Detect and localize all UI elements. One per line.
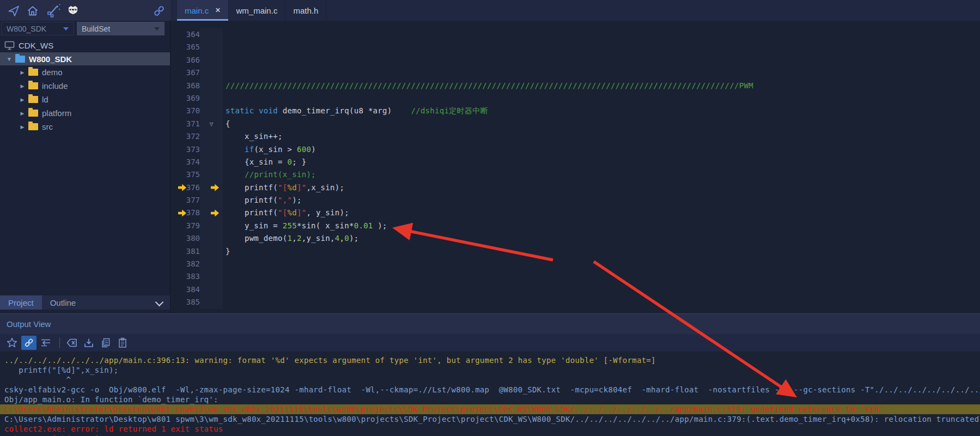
line-number: 373 <box>181 143 200 156</box>
close-icon[interactable]: × <box>215 6 220 15</box>
code-line[interactable]: 369 <box>171 92 980 105</box>
expand-icon[interactable]: ▶ <box>18 70 27 75</box>
code-line[interactable]: 382 <box>171 258 980 270</box>
workspace-root[interactable]: CDK_WS <box>4 38 53 52</box>
code-line[interactable]: 377 printf(","); <box>171 194 980 207</box>
expand-icon[interactable]: ▶ <box>18 97 27 102</box>
tree-item-include[interactable]: ▶include <box>0 79 170 93</box>
token-plain: y_sin = <box>226 221 283 230</box>
code-line[interactable]: 383 <box>171 270 980 283</box>
code-line[interactable]: 381} <box>171 245 980 258</box>
token-plain: ); <box>292 196 301 204</box>
project-selector[interactable]: W800_SDK <box>1 22 74 35</box>
scroll-lock-icon[interactable] <box>38 336 53 350</box>
tree-item-root[interactable]: ▼ W800_SDK <box>0 52 170 65</box>
code-text: static void demo_timer_irq(u8 *arg) //ds… <box>223 105 488 117</box>
code-line[interactable]: 385 <box>171 296 980 308</box>
output-line[interactable]: ../../../../../../../app/main.c:396:13: … <box>0 355 980 365</box>
token-plain: pwm_demo( <box>226 234 287 243</box>
code-line[interactable]: 378 printf("[%d]", y_sin); <box>171 207 980 219</box>
output-line[interactable]: collect2.exe: error: ld returned 1 exit … <box>0 424 980 434</box>
fold-icon[interactable]: ▽ <box>210 118 214 130</box>
buildset-selector[interactable]: BuildSet <box>77 22 165 35</box>
code-line[interactable]: 384 <box>171 283 980 296</box>
code-text: printf("[%d]",x_sin); <box>223 181 344 194</box>
copy-output-icon[interactable] <box>98 336 113 350</box>
bookmark-margin <box>171 80 181 92</box>
code-line[interactable]: 373 if(x_sin > 600) <box>171 143 980 156</box>
token-num: 0 <box>287 158 292 166</box>
bookmark-margin <box>171 194 181 207</box>
code-line[interactable]: 380 pwm_demo(1,2,y_sin,4,0); <box>171 232 980 245</box>
code-line[interactable]: 366 <box>171 54 980 66</box>
token-num: 255 <box>283 221 297 230</box>
tab-wm_main.c[interactable]: wm_main.c <box>229 0 286 21</box>
code-text: {x_sin = 0; } <box>223 156 306 168</box>
token-plain: demo_timer_irq(u8 *arg) <box>278 106 411 115</box>
code-line[interactable]: 370static void demo_timer_irq(u8 *arg) /… <box>171 105 980 117</box>
save-output-icon[interactable] <box>81 336 96 350</box>
output-line[interactable]: C:\Users\Administrator\Desktop\w801 spwm… <box>0 404 980 414</box>
code-line[interactable]: 364 <box>171 28 980 41</box>
tab-main.c[interactable]: main.c× <box>177 0 229 21</box>
tree-item-ld[interactable]: ▶ld <box>0 93 170 106</box>
panel-tab-outline[interactable]: Outline <box>42 295 84 310</box>
home-icon[interactable] <box>25 3 40 19</box>
token-kw: if <box>245 145 254 154</box>
expand-icon[interactable]: ▶ <box>18 111 27 116</box>
fold-margin <box>200 28 223 41</box>
code-line[interactable]: 365 <box>171 41 980 53</box>
navigate-icon[interactable] <box>6 3 21 19</box>
fold-margin <box>200 296 223 308</box>
bookmark-margin <box>171 232 181 245</box>
line-number: 368 <box>181 80 200 92</box>
tab-math.h[interactable]: math.h <box>285 0 326 21</box>
code-line[interactable]: 368/////////////////////////////////////… <box>171 80 980 92</box>
code-text <box>223 41 226 53</box>
token-plain: , <box>340 234 345 243</box>
expand-icon[interactable]: ▶ <box>18 83 27 89</box>
token-plain: x_sin++; <box>226 132 283 141</box>
code-line[interactable]: 374 {x_sin = 0; } <box>171 156 980 168</box>
token-plain: ,x_sin); <box>306 183 344 192</box>
workspace-label: CDK_WS <box>19 41 53 50</box>
output-line[interactable]: csky-elfabiv2-gcc -o Obj/w800.elf -Wl,-z… <box>0 385 980 395</box>
link-output-icon[interactable] <box>21 336 36 350</box>
output-line[interactable]: ^ <box>0 375 980 385</box>
output-line[interactable]: make: *** [Obj/w800] Error 1 <box>0 434 980 436</box>
clear-output-icon[interactable] <box>64 336 80 350</box>
token-plain <box>226 145 245 154</box>
code-line[interactable]: 379 y_sin = 255*sin( x_sin*0.01 ); <box>171 220 980 232</box>
code-editor[interactable]: 364365366367368/////////////////////////… <box>171 21 980 313</box>
output-line[interactable]: Obj/app_main.o: In function `demo_timer_… <box>0 395 980 404</box>
tree-item-platform[interactable]: ▶platform <box>0 106 170 120</box>
token-str: ]" <box>297 208 306 217</box>
code-line[interactable]: 371▽{ <box>171 118 980 130</box>
output-line[interactable]: printf("[%d]",x_sin); <box>0 365 980 375</box>
panel-tab-project[interactable]: Project <box>0 295 42 310</box>
output-line[interactable]: C:\Users\Administrator\Desktop\w801 spwm… <box>0 414 980 424</box>
folder-icon <box>28 96 38 103</box>
chevron-down-icon[interactable] <box>155 298 164 307</box>
line-number: 372 <box>181 130 200 143</box>
code-line[interactable]: 376 printf("[%d]",x_sin); <box>171 181 980 194</box>
tree-item-demo[interactable]: ▶demo <box>0 65 170 79</box>
favorites-star-icon[interactable] <box>4 336 20 350</box>
token-kw: void <box>259 106 278 115</box>
token-plain: ) <box>311 145 316 154</box>
link-icon[interactable] <box>151 3 167 19</box>
code-line[interactable]: 372 x_sin++; <box>171 130 980 143</box>
code-line[interactable]: 367 <box>171 66 980 79</box>
code-text <box>223 296 226 308</box>
tree-item-src[interactable]: ▶src <box>0 120 170 134</box>
wizard-wand-icon[interactable] <box>46 3 61 19</box>
collapse-icon[interactable]: ▼ <box>5 56 14 62</box>
fold-margin <box>200 66 223 79</box>
mascot-icon[interactable] <box>65 3 81 19</box>
paste-output-icon[interactable] <box>115 336 130 350</box>
token-plain: {x_sin = <box>226 158 287 166</box>
expand-icon[interactable]: ▶ <box>18 124 27 130</box>
code-line[interactable]: 375 //print(x_sin); <box>171 168 980 181</box>
panel-tab-bar: ProjectOutline <box>0 295 170 310</box>
bookmark-margin <box>171 41 181 53</box>
